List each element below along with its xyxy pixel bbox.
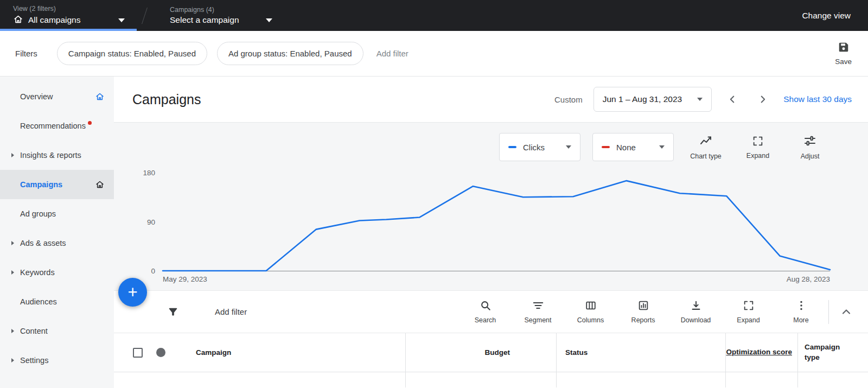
main-content: Campaigns Custom Jun 1 – Aug 31, 2023 Sh… [114, 77, 868, 388]
next-period-button[interactable] [753, 90, 773, 109]
campaign-selector[interactable]: Campaigns (4) Select a campaign [170, 0, 272, 31]
date-range-value: Jun 1 – Aug 31, 2023 [603, 94, 682, 104]
chart-type-icon [699, 135, 712, 149]
campaign-selector-label: Campaigns (4) [170, 6, 272, 14]
column-header-budget[interactable]: Budget [485, 348, 510, 357]
sidebar-item-label: Keywords [20, 268, 55, 277]
sidebar-nav: Overview Recommendations Insights & repo… [0, 77, 114, 388]
home-icon [13, 14, 23, 27]
sidebar-item-settings[interactable]: Settings [0, 346, 114, 375]
top-bar: View (2 filters) All campaigns Campaigns… [0, 0, 868, 31]
chevron-down-icon [566, 145, 571, 149]
add-filter-link[interactable]: Add filter [376, 49, 409, 58]
filter-chip-campaign-status[interactable]: Campaign status: Enabled, Paused [57, 42, 207, 65]
download-button[interactable]: Download [669, 300, 722, 324]
line-chart: 180 90 0 [130, 173, 830, 271]
metric-2-dropdown[interactable]: None [592, 133, 674, 161]
previous-period-button[interactable] [723, 90, 742, 109]
save-icon [838, 41, 850, 55]
change-view-button[interactable]: Change view [802, 11, 868, 21]
plus-icon: + [127, 283, 137, 302]
show-last-30-days-link[interactable]: Show last 30 days [783, 94, 852, 104]
chevron-down-icon [659, 145, 665, 149]
expand-icon [743, 300, 755, 313]
column-header-status[interactable]: Status [565, 348, 588, 357]
selector-separator [142, 7, 148, 24]
columns-button[interactable]: Columns [564, 300, 617, 324]
chart-adjust-button[interactable]: Adjust [790, 135, 830, 160]
y-axis: 180 90 0 [130, 173, 163, 271]
sidebar-item-campaigns[interactable]: Campaigns [0, 170, 114, 199]
chart-panel: Clicks None Chart type [114, 123, 868, 291]
sidebar-item-recommendations[interactable]: Recommendations [0, 111, 114, 141]
funnel-icon[interactable] [167, 306, 179, 318]
column-header-campaign-type[interactable]: Campaign type [805, 342, 845, 362]
sidebar-item-overview[interactable]: Overview [0, 82, 114, 111]
add-campaign-fab[interactable]: + [118, 278, 147, 307]
chevron-right-icon [11, 270, 14, 275]
toolbar-divider [828, 300, 829, 324]
view-selector[interactable]: View (2 filters) All campaigns [0, 0, 137, 31]
x-axis-end-label: Aug 28, 2023 [787, 275, 830, 283]
metric-2-swatch [602, 146, 610, 148]
sidebar-item-label: Content [20, 327, 48, 335]
chevron-right-icon [11, 153, 14, 157]
sidebar-item-content[interactable]: Content [0, 316, 114, 346]
view-selector-value: All campaigns [28, 15, 81, 25]
metric-1-dropdown[interactable]: Clicks [499, 133, 580, 161]
sidebar-item-ad-groups[interactable]: Ad groups [0, 199, 114, 228]
column-header-campaign[interactable]: Campaign [196, 348, 231, 357]
sidebar-item-label: Recommendations [20, 122, 86, 130]
sidebar-item-label: Campaigns [20, 180, 62, 189]
segment-label: Segment [524, 316, 551, 324]
chart-type-button[interactable]: Chart type [686, 135, 726, 160]
sidebar-item-label: Overview [20, 92, 53, 101]
reports-icon [637, 300, 649, 313]
table-expand-button[interactable]: Expand [722, 300, 775, 324]
metric-1-swatch [508, 146, 516, 148]
table-toolbar: Add filter Search Segment [114, 291, 868, 333]
chart-expand-button[interactable]: Expand [738, 135, 778, 160]
title-row: Campaigns Custom Jun 1 – Aug 31, 2023 Sh… [114, 77, 868, 123]
chevron-right-icon [11, 241, 14, 245]
more-label: More [793, 316, 808, 324]
filters-label: Filters [15, 49, 37, 58]
chart-type-label: Chart type [690, 152, 722, 160]
collapse-table-button[interactable] [832, 306, 860, 319]
search-button[interactable]: Search [459, 300, 512, 324]
expand-icon [752, 135, 764, 149]
search-icon [480, 300, 492, 313]
status-circle-icon[interactable] [156, 348, 165, 357]
y-tick-90: 90 [147, 218, 155, 226]
x-axis: May 29, 2023 Aug 28, 2023 [163, 271, 830, 283]
sidebar-item-label: Insights & reports [20, 151, 81, 160]
sidebar-item-label: Ad groups [20, 209, 56, 218]
save-button[interactable]: Save [835, 41, 852, 66]
filters-bar: Filters Campaign status: Enabled, Paused… [0, 31, 868, 77]
y-tick-180: 180 [143, 169, 155, 177]
notification-dot [88, 121, 92, 125]
select-all-checkbox[interactable] [133, 348, 143, 358]
sidebar-item-ads-assets[interactable]: Ads & assets [0, 228, 114, 258]
segment-button[interactable]: Segment [512, 300, 564, 324]
sidebar-item-audiences[interactable]: Audiences [0, 287, 114, 316]
column-header-optimization-score[interactable]: Optimization score [726, 347, 792, 357]
date-range-picker[interactable]: Jun 1 – Aug 31, 2023 [593, 87, 712, 112]
adjust-icon [803, 135, 816, 149]
sidebar-item-keywords[interactable]: Keywords [0, 258, 114, 287]
chart-expand-label: Expand [746, 152, 769, 160]
y-tick-0: 0 [151, 267, 155, 275]
page-title: Campaigns [132, 92, 201, 107]
columns-icon [585, 300, 597, 313]
more-button[interactable]: More [775, 300, 827, 324]
clicks-series-line [163, 181, 830, 271]
sidebar-item-insights-reports[interactable]: Insights & reports [0, 141, 114, 170]
download-icon [690, 300, 702, 313]
campaign-selector-value: Select a campaign [170, 15, 239, 25]
table-add-filter-button[interactable]: Add filter [215, 307, 247, 316]
filter-chip-ad-group-status[interactable]: Ad group status: Enabled, Paused [217, 42, 363, 65]
more-icon [795, 300, 807, 313]
home-icon [95, 92, 105, 101]
reports-label: Reports [631, 316, 655, 324]
reports-button[interactable]: Reports [617, 300, 669, 324]
